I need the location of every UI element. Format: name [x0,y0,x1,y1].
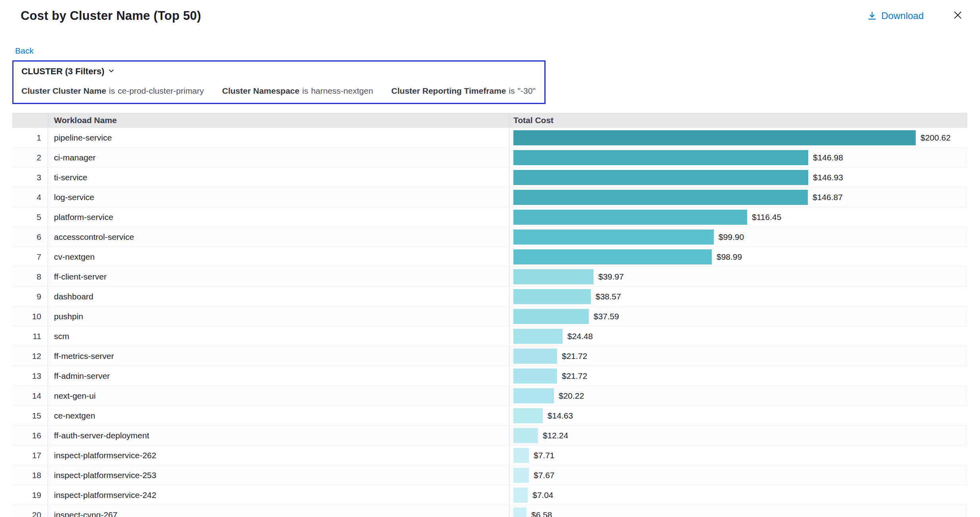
cost-bar[interactable] [513,448,529,463]
cost-bar[interactable] [513,190,808,205]
download-button[interactable]: Download [867,10,924,21]
filter-group-label: CLUSTER (3 Filters) [21,66,104,77]
cost-value-label: $14.63 [548,411,573,421]
table-row: 10pushpin$37.59 [12,307,967,326]
row-rank: 13 [12,366,48,386]
cost-table: Workload Name Total Cost 1pipeline-servi… [12,113,967,517]
cost-value-label: $6.58 [531,510,552,517]
cost-bar[interactable] [513,170,808,185]
column-header-workload-name: Workload Name [48,113,509,128]
cost-value-label: $99.90 [719,232,744,242]
cost-value-label: $146.98 [813,153,843,162]
cost-value-label: $7.67 [534,471,555,480]
cost-value-label: $38.57 [596,292,621,301]
column-header-total-cost: Total Cost [509,113,967,128]
row-rank: 5 [12,207,48,227]
cost-value-label: $12.24 [543,431,568,440]
cost-bar[interactable] [513,349,557,364]
total-cost-cell: $7.67 [509,465,967,485]
filter-field: Cluster Reporting Timeframe [391,86,506,96]
row-rank: 11 [12,326,48,346]
total-cost-cell: $200.62 [509,128,967,147]
cost-bar[interactable] [513,468,529,483]
modal-header: Cost by Cluster Name (Top 50) Download [0,0,980,23]
page-title: Cost by Cluster Name (Top 50) [21,9,201,23]
close-button[interactable] [952,10,963,22]
cost-bar[interactable] [513,150,808,165]
total-cost-cell: $38.57 [509,287,967,306]
filter-operator: is [109,86,115,96]
cost-value-label: $21.72 [562,351,587,361]
cost-value-label: $146.93 [813,173,843,182]
workload-name-cell: cv-nextgen [48,247,509,266]
table-row: 18inspect-platformservice-253$7.67 [12,465,967,485]
cost-bar[interactable] [513,130,916,145]
filter-operator: is [302,86,308,96]
total-cost-cell: $98.99 [509,247,967,266]
row-rank: 18 [12,465,48,485]
cost-bar[interactable] [513,269,594,284]
filter-group-toggle[interactable]: CLUSTER (3 Filters) [21,66,536,77]
cost-bar[interactable] [513,368,557,384]
table-row: 6accesscontrol-service$99.90 [12,227,967,247]
workload-name-cell: ce-nextgen [48,406,509,425]
filter-item: Cluster Namespace is harness-nextgen [222,86,373,96]
back-link[interactable]: Back [15,46,34,56]
table-row: 1pipeline-service$200.62 [12,128,967,148]
row-rank: 1 [12,128,48,147]
cost-bar[interactable] [513,408,543,423]
table-row: 8ff-client-server$39.97 [12,267,967,287]
cost-bar[interactable] [513,309,589,324]
cost-bar[interactable] [513,329,563,344]
table-body: 1pipeline-service$200.622ci-manager$146.… [12,128,967,517]
cost-value-label: $39.97 [598,272,624,282]
row-rank: 12 [12,346,48,366]
table-row: 16ff-auth-server-deployment$12.24 [12,426,967,446]
row-rank: 15 [12,406,48,425]
filter-operator: is [509,86,515,96]
row-rank: 14 [12,386,48,405]
cost-bar[interactable] [513,210,747,225]
workload-name-cell: scm [48,326,509,346]
total-cost-cell: $14.63 [509,406,967,425]
cost-value-label: $7.71 [534,451,555,460]
table-row: 13ff-admin-server$21.72 [12,366,967,386]
workload-name-cell: ff-client-server [48,267,509,286]
filter-item: Cluster Cluster Name is ce-prod-cluster-… [21,86,204,96]
table-row: 9dashboard$38.57 [12,287,967,307]
cost-bar[interactable] [513,488,528,503]
table-row: 2ci-manager$146.98 [12,148,967,168]
cost-bar[interactable] [513,388,554,403]
cost-bar[interactable] [513,230,714,245]
row-rank: 3 [12,168,48,187]
filter-field: Cluster Namespace [222,86,300,96]
cost-bar[interactable] [513,289,591,304]
header-actions: Download [867,10,963,22]
total-cost-cell: $116.45 [509,207,967,227]
row-rank: 16 [12,426,48,445]
download-icon [867,11,877,21]
workload-name-cell: log-service [48,187,509,207]
cost-bar[interactable] [513,249,712,264]
cost-value-label: $146.87 [813,193,843,202]
workload-name-cell: inspect-platformservice-242 [48,485,509,505]
filter-items-row: Cluster Cluster Name is ce-prod-cluster-… [21,86,536,96]
cost-bar[interactable] [513,428,538,443]
row-rank: 2 [12,148,48,167]
workload-name-cell: ff-auth-server-deployment [48,426,509,445]
total-cost-cell: $20.22 [509,386,967,405]
workload-name-cell: next-gen-ui [48,386,509,405]
workload-name-cell: pipeline-service [48,128,509,147]
workload-name-cell: dashboard [48,287,509,306]
table-row: 20inspect-cvng-267$6.58 [12,505,967,517]
table-row: 3ti-service$146.93 [12,168,967,187]
total-cost-cell: $7.04 [509,485,967,505]
total-cost-cell: $12.24 [509,426,967,445]
total-cost-cell: $21.72 [509,366,967,386]
total-cost-cell: $146.93 [509,168,967,187]
workload-name-cell: ff-admin-server [48,366,509,386]
total-cost-cell: $6.58 [509,505,967,517]
cost-bar[interactable] [513,507,527,517]
table-row: 7cv-nextgen$98.99 [12,247,967,267]
table-row: 11scm$24.48 [12,326,967,346]
